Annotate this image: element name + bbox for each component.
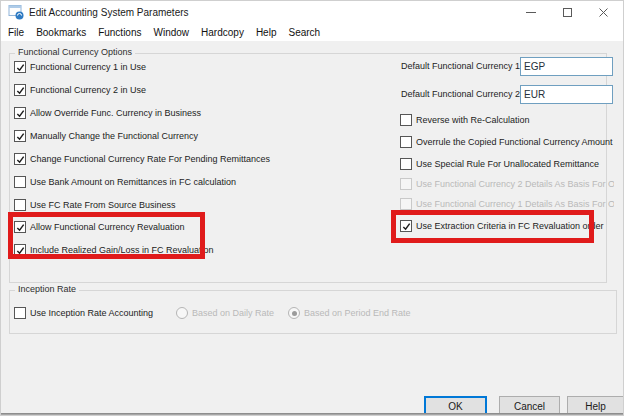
checkbox-row-use-extraction-criteria[interactable]: Use Extraction Criteria in FC Revaluatio… <box>400 218 604 234</box>
checkbox-row-overrule-copied-fc-amount[interactable]: Overrule the Copied Functional Currency … <box>400 134 613 150</box>
menu-item-search[interactable]: Search <box>282 25 326 40</box>
checkbox-include-realized-gain-loss[interactable] <box>14 244 26 256</box>
checkbox-row-include-realized-gain-loss[interactable]: Include Realized Gain/Loss in FC Revalua… <box>14 242 214 258</box>
checkbox-use-fc1-details-occ <box>400 198 412 210</box>
checkbox-row-manually-change-functional-currency[interactable]: Manually Change the Functional Currency <box>14 128 198 144</box>
check-icon <box>16 86 25 95</box>
checkbox-label: Use Extraction Criteria in FC Revaluatio… <box>416 221 604 231</box>
menu-item-help[interactable]: Help <box>250 25 283 40</box>
checkbox-row-allow-override-func-currency[interactable]: Allow Override Func. Currency in Busines… <box>14 105 201 121</box>
checkbox-functional-currency-1-in-use[interactable] <box>14 61 26 73</box>
checkbox-row-functional-currency-2-in-use[interactable]: Functional Currency 2 in Use <box>14 82 146 98</box>
checkbox-allow-fc-revaluation[interactable] <box>14 221 26 233</box>
checkbox-label: Change Functional Currency Rate For Pend… <box>30 154 270 164</box>
window-title: Edit Accounting System Parameters <box>29 7 189 18</box>
checkbox-use-extraction-criteria[interactable] <box>400 220 412 232</box>
checkbox-label: Include Realized Gain/Loss in FC Revalua… <box>30 245 214 255</box>
check-icon <box>16 155 25 164</box>
checkbox-row-use-special-rule-unallocated[interactable]: Use Special Rule For Unallocated Remitta… <box>400 156 599 172</box>
radio-row-based-on-period-end-rate: Based on Period End Rate <box>288 305 411 321</box>
checkbox-overrule-copied-fc-amount[interactable] <box>400 136 412 148</box>
checkbox-row-allow-fc-revaluation[interactable]: Allow Functional Currency Revaluation <box>14 219 185 235</box>
checkbox-row-functional-currency-1-in-use[interactable]: Functional Currency 1 in Use <box>14 59 146 75</box>
checkbox-row-change-fc-rate-pending-remittances[interactable]: Change Functional Currency Rate For Pend… <box>14 151 270 167</box>
menu-item-bookmarks[interactable]: Bookmarks <box>30 25 92 40</box>
menu-item-file[interactable]: File <box>2 25 30 40</box>
minimize-icon <box>526 7 536 17</box>
checkbox-row-use-bank-amount-remittances[interactable]: Use Bank Amount on Remittances in FC cal… <box>14 174 236 190</box>
checkbox-row-reverse-with-recalculation[interactable]: Reverse with Re-Calculation <box>400 112 530 128</box>
app-icon <box>8 4 24 20</box>
checkbox-row-use-inception-rate-accounting[interactable]: Use Inception Rate Accounting <box>14 305 153 321</box>
checkbox-row-use-fc-rate-source-business[interactable]: Use FC Rate From Source Business <box>14 197 176 213</box>
checkbox-functional-currency-2-in-use[interactable] <box>14 84 26 96</box>
default-functional-currency-1-label: Default Functional Currency 1 <box>401 57 520 76</box>
checkbox-allow-override-func-currency[interactable] <box>14 107 26 119</box>
checkbox-row-use-fc1-details-occ: Use Functional Currency 1 Details As Bas… <box>400 196 614 212</box>
maximize-button[interactable] <box>549 1 585 23</box>
checkbox-label: Use FC Rate From Source Business <box>30 200 176 210</box>
menu-item-hardcopy[interactable]: Hardcopy <box>195 25 250 40</box>
checkbox-use-special-rule-unallocated[interactable] <box>400 158 412 170</box>
default-functional-currency-1-input[interactable] <box>520 57 613 76</box>
default-functional-currency-2-input[interactable] <box>520 85 613 104</box>
title-bar: Edit Accounting System Parameters <box>1 1 623 23</box>
check-icon <box>16 246 25 255</box>
checkbox-label: Use Functional Currency 2 Details As Bas… <box>416 179 614 189</box>
checkbox-label: Allow Override Func. Currency in Busines… <box>30 108 201 118</box>
checkbox-label: Use Bank Amount on Remittances in FC cal… <box>30 177 236 187</box>
check-icon <box>16 132 25 141</box>
checkbox-label: Functional Currency 1 in Use <box>30 62 146 72</box>
default-functional-currency-2-label: Default Functional Currency 2 <box>401 85 520 104</box>
window-controls <box>513 1 621 23</box>
group-inception-rate-legend: Inception Rate <box>15 284 79 294</box>
radio-row-based-on-daily-rate: Based on Daily Rate <box>176 305 274 321</box>
checkbox-manually-change-functional-currency[interactable] <box>14 130 26 142</box>
checkbox-label: Use Inception Rate Accounting <box>30 308 153 318</box>
check-icon <box>402 222 411 231</box>
checkbox-reverse-with-recalculation[interactable] <box>400 114 412 126</box>
menu-bar: File Bookmarks Functions Window Hardcopy… <box>1 23 623 41</box>
maximize-icon <box>563 8 572 17</box>
radio-based-on-period-end-rate <box>288 307 300 319</box>
radio-label: Based on Daily Rate <box>192 308 274 318</box>
close-button[interactable] <box>585 1 621 23</box>
radio-based-on-daily-rate <box>176 307 188 319</box>
radio-label: Based on Period End Rate <box>304 308 411 318</box>
checkbox-label: Allow Functional Currency Revaluation <box>30 222 185 232</box>
checkbox-row-use-fc2-details-occ: Use Functional Currency 2 Details As Bas… <box>400 176 614 192</box>
radio-dot <box>292 311 297 316</box>
menu-item-window[interactable]: Window <box>148 25 196 40</box>
minimize-button[interactable] <box>513 1 549 23</box>
checkbox-use-fc2-details-occ <box>400 178 412 190</box>
checkbox-label: Use Functional Currency 1 Details As Bas… <box>416 199 614 209</box>
check-icon <box>16 109 25 118</box>
check-icon <box>16 223 25 232</box>
checkbox-label: Overrule the Copied Functional Currency … <box>416 137 613 147</box>
menu-item-functions[interactable]: Functions <box>92 25 147 40</box>
checkbox-label: Reverse with Re-Calculation <box>416 115 530 125</box>
checkbox-use-fc-rate-source-business[interactable] <box>14 199 26 211</box>
checkbox-change-fc-rate-pending-remittances[interactable] <box>14 153 26 165</box>
dialog-content: Functional Currency Options Functional C… <box>1 41 624 416</box>
close-icon <box>599 8 608 17</box>
checkbox-use-bank-amount-remittances[interactable] <box>14 176 26 188</box>
checkbox-label: Functional Currency 2 in Use <box>30 85 146 95</box>
checkbox-label: Manually Change the Functional Currency <box>30 131 198 141</box>
dialog-edit-accounting-system-parameters: Edit Accounting System Parameters File B… <box>0 0 624 416</box>
group-functional-currency-options-legend: Functional Currency Options <box>15 47 135 57</box>
check-icon <box>16 63 25 72</box>
checkbox-use-inception-rate-accounting[interactable] <box>14 307 26 319</box>
checkbox-label: Use Special Rule For Unallocated Remitta… <box>416 159 599 169</box>
